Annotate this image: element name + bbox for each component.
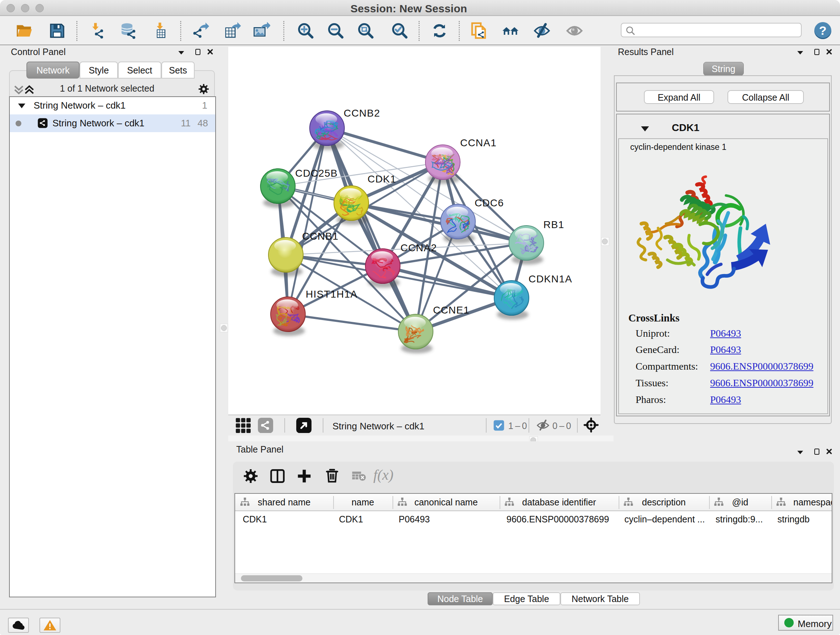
svg-text:CCNB1: CCNB1: [302, 231, 339, 242]
svg-text:CDC25B: CDC25B: [295, 168, 338, 179]
svg-text:RB1: RB1: [543, 219, 564, 230]
svg-text:CCNB2: CCNB2: [344, 108, 380, 119]
svg-text:CDKN1A: CDKN1A: [529, 273, 572, 285]
svg-text:CCNA2: CCNA2: [401, 242, 437, 253]
svg-text:CDK1: CDK1: [368, 173, 396, 185]
svg-text:CCNE1: CCNE1: [433, 304, 470, 316]
svg-text:CCNA1: CCNA1: [460, 137, 497, 149]
svg-text:HIST1H1A: HIST1H1A: [306, 288, 357, 300]
svg-text:CDC6: CDC6: [475, 197, 504, 209]
